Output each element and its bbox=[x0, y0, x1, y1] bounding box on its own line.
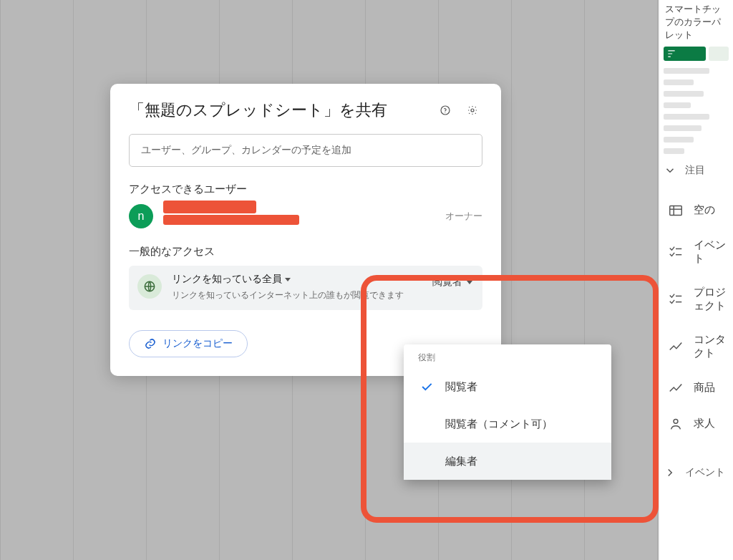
side-item-label: コンタクト bbox=[694, 333, 729, 360]
role-option-editor[interactable]: 編集者 bbox=[404, 443, 611, 480]
side-item-label: 空の bbox=[694, 203, 715, 217]
chevron-right-icon bbox=[664, 466, 676, 479]
side-item-event[interactable]: イベント bbox=[659, 228, 733, 276]
side-item-contact[interactable]: コンタクト bbox=[659, 323, 733, 370]
role-popover: 役割 閲覧者 閲覧者（コメント可） 編集者 bbox=[404, 344, 611, 480]
link-scope-description: リンクを知っているインターネット上の誰もが閲覧できます bbox=[172, 289, 422, 301]
color-chip-alt[interactable] bbox=[709, 47, 729, 61]
caret-down-icon bbox=[467, 281, 472, 284]
role-option-label: 閲覧者（コメント可） bbox=[445, 417, 553, 431]
side-item-label: プロジェクト bbox=[694, 286, 729, 313]
side-item-empty[interactable]: 空の bbox=[659, 193, 733, 228]
svg-point-9 bbox=[445, 112, 445, 113]
color-chip-selected[interactable] bbox=[664, 47, 706, 61]
settings-button[interactable] bbox=[462, 100, 482, 120]
link-scope-button[interactable]: リンクを知っている全員 bbox=[172, 273, 422, 286]
role-option-viewer[interactable]: 閲覧者 bbox=[404, 368, 611, 405]
copy-link-button[interactable]: リンクをコピー bbox=[129, 330, 248, 357]
chevron-down-icon bbox=[664, 164, 676, 177]
copy-link-label: リンクをコピー bbox=[162, 337, 233, 350]
person-icon bbox=[668, 416, 684, 432]
line-chart-icon bbox=[668, 380, 684, 396]
side-item-project[interactable]: プロジェクト bbox=[659, 276, 733, 323]
add-people-placeholder: ユーザー、グループ、カレンダーの予定を追加 bbox=[141, 144, 351, 157]
side-item-label: 求人 bbox=[694, 417, 715, 430]
general-access-row: リンクを知っている全員 リンクを知っているインターネット上の誰もが閲覧できます … bbox=[129, 266, 482, 310]
svg-point-7 bbox=[674, 419, 678, 423]
table-icon bbox=[668, 203, 684, 218]
share-dialog: 「無題のスプレッドシート」を共有 ユーザー、グループ、カレンダーの予定を追加 ア… bbox=[110, 84, 501, 376]
gear-icon bbox=[467, 102, 478, 118]
owner-role-label: オーナー bbox=[445, 210, 482, 223]
side-section-event2[interactable]: イベント bbox=[664, 466, 729, 479]
owner-row: n オーナー bbox=[129, 203, 482, 229]
role-selector[interactable]: 閲覧者 bbox=[432, 276, 472, 289]
dialog-title: 「無題のスプレッドシート」を共有 bbox=[129, 100, 428, 121]
side-skeleton bbox=[664, 68, 729, 154]
side-panel-title: スマートチップのカラーパレット bbox=[659, 0, 733, 44]
color-chip-row bbox=[664, 47, 729, 61]
svg-rect-0 bbox=[670, 206, 682, 215]
checklist-icon bbox=[668, 244, 684, 260]
side-item-product[interactable]: 商品 bbox=[659, 370, 733, 406]
checklist-icon bbox=[668, 291, 684, 307]
role-option-commenter[interactable]: 閲覧者（コメント可） bbox=[404, 405, 611, 443]
public-icon bbox=[137, 274, 162, 299]
access-section-label: アクセスできるユーザー bbox=[129, 183, 482, 196]
role-option-label: 閲覧者 bbox=[445, 380, 477, 394]
add-people-input[interactable]: ユーザー、グループ、カレンダーの予定を追加 bbox=[129, 134, 482, 167]
general-access-label: 一般的なアクセス bbox=[129, 245, 482, 259]
role-option-label: 編集者 bbox=[445, 455, 477, 468]
side-section-label: イベント bbox=[685, 466, 725, 479]
svg-point-10 bbox=[471, 109, 474, 112]
side-section-label: 注目 bbox=[685, 164, 705, 177]
link-scope-label: リンクを知っている全員 bbox=[172, 273, 282, 286]
redacted-email bbox=[163, 215, 299, 225]
help-icon bbox=[440, 102, 451, 118]
link-icon bbox=[144, 337, 157, 350]
role-popover-caption: 役割 bbox=[404, 352, 611, 368]
line-chart-icon bbox=[668, 339, 684, 354]
globe-icon bbox=[142, 279, 157, 294]
help-button[interactable] bbox=[435, 100, 455, 120]
side-item-label: 商品 bbox=[694, 381, 715, 395]
side-section-attention[interactable]: 注目 bbox=[664, 164, 729, 177]
caret-down-icon bbox=[285, 278, 291, 281]
check-icon bbox=[418, 380, 435, 394]
redacted-name bbox=[163, 201, 256, 213]
side-item-label: イベント bbox=[694, 238, 729, 266]
side-item-job[interactable]: 求人 bbox=[659, 406, 733, 442]
side-panel: スマートチップのカラーパレット 注目 空の イベント プロジェクト コンタクト … bbox=[659, 0, 733, 560]
avatar: n bbox=[129, 204, 153, 228]
current-role-label: 閲覧者 bbox=[432, 276, 462, 289]
